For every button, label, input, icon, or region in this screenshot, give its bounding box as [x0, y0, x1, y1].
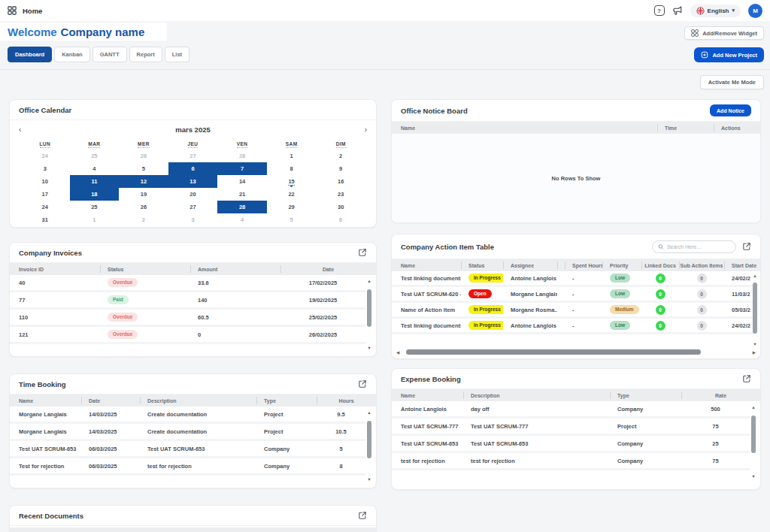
- language-selector[interactable]: English ▾: [690, 5, 741, 17]
- calendar-day[interactable]: 6: [316, 213, 365, 226]
- scroll-thumb[interactable]: [753, 283, 757, 334]
- scroll-down-icon[interactable]: ▼: [367, 346, 371, 350]
- scroll-up-icon[interactable]: ▲: [367, 410, 371, 415]
- open-widget-icon[interactable]: [358, 511, 367, 520]
- add-remove-widget-button[interactable]: Add/Remove Widget: [684, 26, 764, 40]
- calendar-day[interactable]: 25: [70, 201, 120, 213]
- calendar-day[interactable]: 4: [70, 162, 120, 175]
- open-widget-icon[interactable]: [742, 242, 751, 251]
- action-header-sub-action-items[interactable]: Sub Action Items: [679, 259, 724, 271]
- scroll-thumb[interactable]: [367, 421, 371, 458]
- invoices-header-amount[interactable]: Amount: [190, 263, 280, 275]
- scroll-up-icon[interactable]: ▲: [753, 274, 756, 278]
- calendar-next-icon[interactable]: ›: [365, 125, 367, 135]
- scroll-down-icon[interactable]: ▼: [751, 474, 755, 479]
- calendar-day[interactable]: 22: [267, 188, 317, 201]
- table-row[interactable]: 110Overdue60.525/02/2025: [10, 310, 365, 327]
- scroll-thumb[interactable]: [367, 289, 371, 327]
- action-header-start-date[interactable]: Start Date: [724, 259, 760, 271]
- calendar-day[interactable]: 8: [267, 162, 317, 175]
- expense-header-type[interactable]: Type: [610, 389, 681, 401]
- calendar-day[interactable]: 3: [168, 213, 218, 226]
- calendar-day[interactable]: 20: [168, 188, 218, 201]
- expense-header-rate[interactable]: Rate: [681, 389, 760, 401]
- calendar-day[interactable]: 14: [217, 175, 267, 188]
- invoices-header-date[interactable]: Date: [280, 263, 376, 275]
- calendar-day[interactable]: 26: [119, 150, 168, 162]
- action-header-linked-docs[interactable]: Linked Docs: [641, 259, 679, 271]
- horizontal-scrollbar[interactable]: ◀ ▶: [396, 349, 756, 355]
- calendar-day[interactable]: 17: [20, 188, 70, 201]
- add-notice-button[interactable]: Add Notice: [710, 104, 751, 116]
- table-row[interactable]: Test UAT SCRUM-777Test UAT SCRUM-777Proj…: [392, 419, 750, 436]
- calendar-day[interactable]: 1: [267, 150, 317, 162]
- vertical-scrollbar[interactable]: ▲ ▼: [750, 405, 757, 479]
- tab-gantt[interactable]: GANTT: [92, 47, 127, 62]
- table-row[interactable]: Test UAT SCRUM-65306/03/2025Test UAT SCR…: [10, 441, 365, 458]
- calendar-day[interactable]: 15: [267, 175, 317, 188]
- action-header-assignee[interactable]: Assignee: [503, 259, 557, 271]
- calendar-day[interactable]: 2: [119, 213, 168, 226]
- calendar-day[interactable]: 11: [70, 175, 120, 188]
- calendar-day[interactable]: 29: [267, 201, 317, 213]
- calendar-day[interactable]: 1: [70, 213, 120, 226]
- calendar-day[interactable]: 7: [217, 162, 267, 175]
- table-row[interactable]: Test for rejection06/03/2025test for rej…: [10, 458, 365, 476]
- calendar-day[interactable]: 27: [168, 201, 218, 213]
- breadcrumb-home[interactable]: Home: [23, 7, 42, 15]
- calendar-day[interactable]: 21: [217, 188, 267, 201]
- calendar-day[interactable]: 5: [119, 162, 168, 175]
- table-row[interactable]: Morgane Langlais14/03/2025Create documen…: [10, 407, 365, 424]
- scroll-thumb[interactable]: [751, 416, 756, 453]
- calendar-day[interactable]: 9: [316, 162, 365, 175]
- announcement-icon[interactable]: [672, 5, 683, 16]
- vertical-scrollbar[interactable]: ▲ ▼: [365, 410, 373, 482]
- scroll-up-icon[interactable]: ▲: [751, 405, 755, 410]
- table-row[interactable]: 40Overdue33.617/02/2025: [10, 275, 365, 292]
- scroll-thumb[interactable]: [406, 349, 701, 355]
- calendar-day[interactable]: 3: [20, 162, 70, 175]
- open-widget-icon[interactable]: [358, 379, 367, 388]
- scroll-down-icon[interactable]: ▼: [753, 342, 756, 346]
- invoices-header-invoice-id[interactable]: Invoice ID: [10, 263, 100, 275]
- action-header-spent-hours[interactable]: Spent Hours: [565, 259, 602, 271]
- calendar-day[interactable]: 6: [168, 162, 218, 175]
- notice-header-actions[interactable]: Actions: [714, 122, 760, 134]
- help-icon[interactable]: ?: [654, 5, 665, 16]
- tab-report[interactable]: Report: [129, 47, 162, 62]
- expense-header-description[interactable]: Description: [463, 389, 610, 401]
- calendar-day[interactable]: 28: [217, 150, 267, 162]
- time-header-date[interactable]: Date: [81, 394, 140, 407]
- apps-grid-icon[interactable]: [8, 6, 17, 15]
- table-row[interactable]: Test linking documentsIn ProgressAntoine…: [392, 319, 754, 334]
- calendar-day[interactable]: 25: [70, 150, 120, 162]
- table-row[interactable]: test for rejectiontest for rejectionComp…: [392, 453, 750, 470]
- table-row[interactable]: Antoine Langloisday offCompany500: [392, 401, 750, 419]
- scroll-up-icon[interactable]: ▲: [367, 279, 371, 283]
- time-header-type[interactable]: Type: [256, 394, 317, 407]
- invoices-header-status[interactable]: Status: [100, 263, 190, 275]
- calendar-day[interactable]: 18: [70, 188, 120, 201]
- open-widget-icon[interactable]: [742, 374, 751, 383]
- calendar-day[interactable]: 12: [119, 175, 168, 188]
- notice-header-name[interactable]: Name: [392, 122, 657, 134]
- calendar-day[interactable]: 19: [119, 188, 168, 201]
- tab-list[interactable]: List: [165, 47, 189, 62]
- calendar-day[interactable]: 27: [168, 150, 218, 162]
- table-row[interactable]: Test UAT SCRUM-620 - ...OpenMorgane Lang…: [392, 287, 754, 303]
- avatar[interactable]: M: [748, 4, 762, 18]
- calendar-day[interactable]: 24: [20, 201, 70, 213]
- time-header-hours[interactable]: Hours: [317, 394, 376, 407]
- calendar-day[interactable]: 13: [168, 175, 218, 188]
- add-new-project-button[interactable]: Add New Project: [694, 47, 764, 62]
- calendar-day[interactable]: 16: [316, 175, 365, 188]
- tab-kanban[interactable]: Kanban: [54, 47, 90, 62]
- vertical-scrollbar[interactable]: ▲ ▼: [751, 274, 759, 346]
- tab-dashboard[interactable]: Dashboard: [8, 47, 52, 62]
- scroll-right-icon[interactable]: ▶: [753, 350, 756, 355]
- time-header-description[interactable]: Description: [140, 394, 256, 407]
- calendar-day[interactable]: 26: [119, 201, 168, 213]
- calendar-day[interactable]: 2: [316, 150, 365, 162]
- action-header-col[interactable]: [557, 259, 565, 271]
- calendar-day[interactable]: 10: [20, 175, 70, 188]
